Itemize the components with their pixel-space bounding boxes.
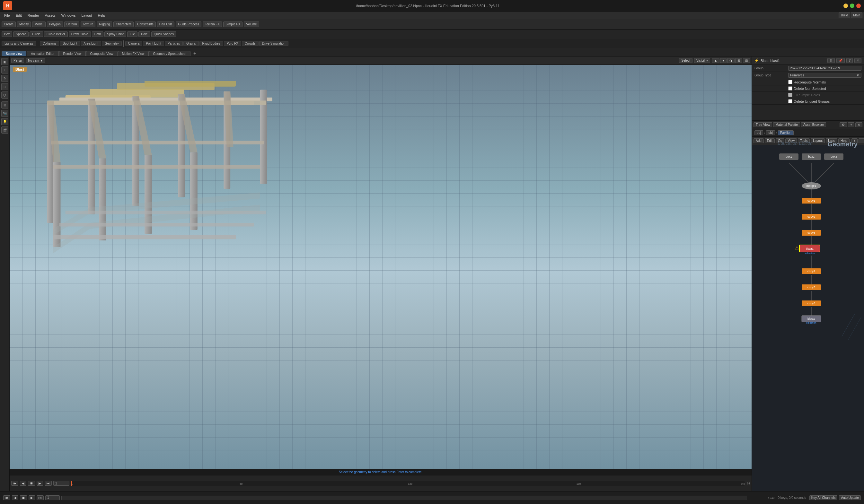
delete-groups-checkbox[interactable]: Delete Unused Groups: [788, 99, 830, 103]
close-button[interactable]: [856, 3, 861, 8]
spotlight-btn[interactable]: Spot Light: [60, 41, 80, 46]
pointlight-btn[interactable]: Point Light: [143, 41, 164, 46]
blast2-node[interactable]: blast2 selection: [802, 316, 821, 324]
camera-btn[interactable]: Camera: [125, 41, 143, 46]
render-icon[interactable]: 🎬: [1, 126, 8, 134]
copy5-node[interactable]: copy5: [802, 284, 821, 290]
model-btn[interactable]: Model: [32, 22, 45, 27]
delete-groups-input[interactable]: [788, 99, 792, 103]
menu-help[interactable]: Help: [95, 13, 108, 18]
tl-prev[interactable]: ◀: [20, 481, 26, 486]
tab-sceneview[interactable]: Scene view: [2, 51, 26, 56]
shelf-path[interactable]: Path: [92, 32, 104, 37]
menu-layout[interactable]: Layout: [79, 13, 94, 18]
build-button[interactable]: Build: [839, 13, 850, 18]
vp-icon2[interactable]: ●: [720, 58, 727, 63]
vp-icon3[interactable]: ◑: [727, 58, 734, 63]
copy3-node[interactable]: copy3: [802, 230, 821, 236]
blast1-node[interactable]: ⚠ blast1 selection: [795, 245, 820, 255]
material-palette-tab[interactable]: Material Palette: [773, 122, 800, 127]
create-btn[interactable]: Create: [2, 22, 16, 27]
tab-animeditor[interactable]: Animation Editor: [27, 51, 58, 56]
tl-start[interactable]: ⏮: [11, 481, 18, 486]
global-tl-start[interactable]: ⏮: [3, 495, 10, 500]
shelf-box[interactable]: Box: [2, 32, 12, 37]
ng-expand[interactable]: +: [848, 122, 854, 127]
main-button[interactable]: Main: [851, 13, 862, 18]
shelf-sphere[interactable]: Sphere: [13, 32, 28, 37]
copy4-node[interactable]: copy4: [802, 268, 821, 274]
volume-btn[interactable]: Volume: [244, 22, 259, 27]
minimize-button[interactable]: [843, 3, 848, 8]
tab-compositeview[interactable]: Composite View: [86, 51, 118, 56]
persp-button[interactable]: Persp: [11, 58, 24, 63]
vp-icon5[interactable]: ⊡: [743, 58, 750, 63]
pavilion-crumb[interactable]: Pavilion: [778, 130, 794, 135]
menu-assets[interactable]: Assets: [43, 13, 58, 18]
rotate-tool[interactable]: ↻: [1, 75, 8, 82]
node-canvas[interactable]: Education Edition Geometry: [752, 137, 864, 491]
frame-input[interactable]: [53, 481, 69, 486]
vp-icon4[interactable]: ⊞: [735, 58, 742, 63]
particles-btn[interactable]: Particles: [165, 41, 183, 46]
shelf-file[interactable]: File: [127, 32, 137, 37]
shelf-circle[interactable]: Circle: [29, 32, 43, 37]
recompute-input[interactable]: [788, 80, 792, 84]
rigging-btn[interactable]: Rigging: [97, 22, 112, 27]
delete-nonselected-input[interactable]: [788, 86, 792, 90]
characters-btn[interactable]: Characters: [113, 22, 134, 27]
hairutils-btn[interactable]: Hair Utils: [157, 22, 175, 27]
terrainfx-btn[interactable]: Terrain FX: [203, 22, 222, 27]
properties-help[interactable]: ?: [846, 58, 853, 63]
visibility-button[interactable]: Visibility: [694, 58, 710, 63]
scale-tool[interactable]: ⊡: [1, 83, 8, 90]
key-all-channels-button[interactable]: Key All Channels: [809, 495, 838, 500]
fill-holes-input[interactable]: [788, 93, 792, 97]
snap-tool[interactable]: ⊞: [1, 101, 8, 109]
group-type-select[interactable]: Primitives ▼: [788, 73, 862, 78]
camera-icon[interactable]: 📷: [1, 110, 8, 117]
maximize-button[interactable]: [850, 3, 854, 8]
rigidbodies-btn[interactable]: Rigid Bodies: [200, 41, 223, 46]
global-tl-play[interactable]: ▶: [28, 495, 35, 500]
shelf-spraypaint[interactable]: Spray Paint: [104, 32, 126, 37]
recompute-checkbox[interactable]: Recompute Normals: [788, 80, 826, 84]
move-tool[interactable]: ✛: [1, 66, 8, 74]
copy6-node[interactable]: copy6: [802, 300, 821, 306]
light-icon[interactable]: 💡: [1, 118, 8, 125]
global-tl-stop[interactable]: ⏹: [20, 495, 27, 500]
transform-tool[interactable]: ⬡: [1, 91, 8, 99]
modify-btn[interactable]: Modify: [17, 22, 31, 27]
vp-icon1[interactable]: ▲: [712, 58, 719, 63]
tab-renderview[interactable]: Render View: [59, 51, 86, 56]
menu-render[interactable]: Render: [25, 13, 42, 18]
deform-btn[interactable]: Deform: [64, 22, 79, 27]
global-tl-prev[interactable]: ◀: [12, 495, 18, 500]
shelf-curvebezier[interactable]: Curve Bezier: [44, 32, 68, 37]
tl-stop[interactable]: ⏹: [28, 481, 35, 486]
shelf-drawcurve[interactable]: Draw Curve: [69, 32, 91, 37]
3d-viewport[interactable]: [10, 65, 752, 475]
geometry-btn-lights[interactable]: Geometry: [102, 41, 122, 46]
crowds-btn[interactable]: Crowds: [242, 41, 259, 46]
tab-motionfx[interactable]: Motion FX View: [118, 51, 149, 56]
auto-update-button[interactable]: Auto Update: [839, 495, 861, 500]
texture-btn[interactable]: Texture: [81, 22, 96, 27]
global-timeline-track[interactable]: [61, 496, 747, 500]
properties-pin[interactable]: 📌: [836, 58, 845, 63]
fill-holes-checkbox[interactable]: Fill Simple Holes: [788, 93, 820, 97]
pyrofx-btn[interactable]: Pyro FX: [224, 41, 241, 46]
grains-btn[interactable]: Grains: [183, 41, 199, 46]
window-controls[interactable]: [843, 3, 861, 8]
menu-edit[interactable]: Edit: [13, 13, 24, 18]
properties-settings[interactable]: ⚙: [827, 58, 835, 63]
shelf-quickshapes[interactable]: Quick Shapes: [151, 32, 176, 37]
arealight-btn[interactable]: Area Light: [81, 41, 101, 46]
copy1-node[interactable]: copy1: [802, 198, 821, 204]
box2-node[interactable]: box2: [802, 153, 821, 160]
shelf-hole[interactable]: Hole: [139, 32, 150, 37]
drivesim-btn[interactable]: Drive Simulation: [259, 41, 288, 46]
tl-end[interactable]: ⏭: [45, 481, 52, 486]
asset-browser-tab[interactable]: Asset Browser: [801, 122, 826, 127]
obj2-crumb[interactable]: obj: [766, 130, 775, 135]
